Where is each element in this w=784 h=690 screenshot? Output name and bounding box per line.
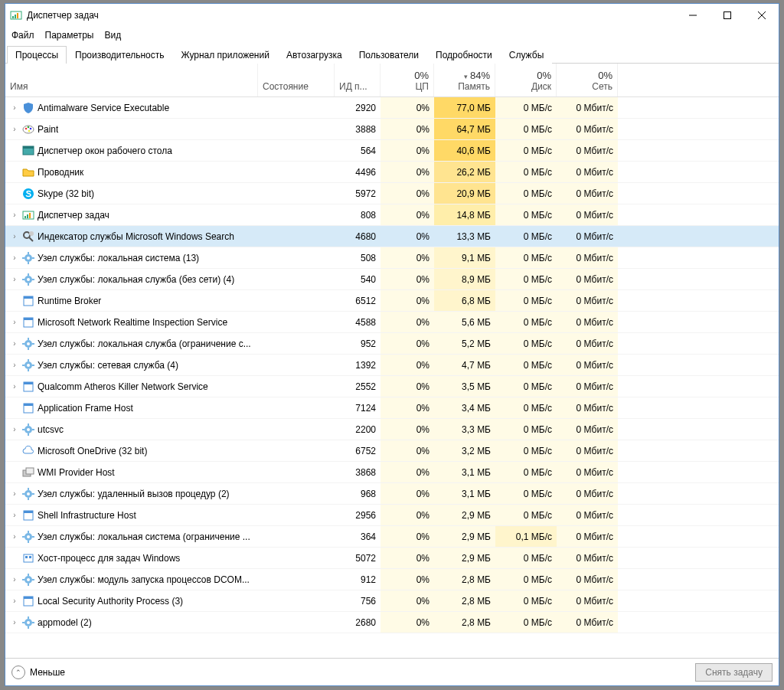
process-name-cell: ›Microsoft Network Realtime Inspection S…: [5, 312, 258, 332]
pid-cell: 540: [335, 269, 381, 289]
col-network-header[interactable]: 0% Сеть: [557, 64, 618, 96]
table-row[interactable]: ›Узел службы: локальная система (огранич…: [5, 526, 779, 548]
tab-4[interactable]: Пользователи: [351, 46, 427, 64]
expand-icon[interactable]: ›: [10, 103, 19, 112]
tab-6[interactable]: Службы: [501, 46, 552, 64]
process-name: Qualcomm Atheros Killer Network Service: [38, 381, 208, 392]
maximize-button[interactable]: [710, 4, 744, 27]
window-controls: [675, 4, 779, 27]
process-table[interactable]: Имя Состояние ИД п... 0% ЦП ▾84% Память …: [5, 64, 779, 658]
table-row[interactable]: Application Frame Host71240%3,4 МБ0 МБ/с…: [5, 397, 779, 419]
fewer-details-button[interactable]: ⌃ Меньше: [11, 665, 65, 679]
cpu-cell: 0%: [381, 376, 434, 397]
table-row[interactable]: ›Узел службы: локальная служба (ограниче…: [5, 333, 779, 355]
disk-cell: 0 МБ/с: [495, 269, 557, 289]
col-cpu-header[interactable]: 0% ЦП: [381, 64, 434, 96]
table-row[interactable]: Microsoft OneDrive (32 bit)67520%3,2 МБ0…: [5, 440, 779, 462]
expand-icon[interactable]: ›: [10, 339, 19, 348]
expand-icon[interactable]: ›: [10, 275, 19, 283]
pid-cell: 4496: [335, 162, 381, 182]
col-pid-header[interactable]: ИД п...: [335, 64, 381, 96]
table-row[interactable]: WMI Provider Host38680%3,1 МБ0 МБ/с0 Мби…: [5, 462, 779, 483]
tab-2[interactable]: Журнал приложений: [173, 46, 278, 64]
table-row[interactable]: ›utcsvc22000%3,3 МБ0 МБ/с0 Мбит/с: [5, 419, 779, 440]
expand-icon[interactable]: ›: [10, 425, 19, 433]
status-cell: [258, 97, 335, 118]
titlebar[interactable]: Диспетчер задач: [5, 4, 779, 27]
expand-icon[interactable]: ›: [10, 382, 19, 391]
table-row[interactable]: Skype (32 bit)59720%20,9 МБ0 МБ/с0 Мбит/…: [5, 183, 779, 204]
expand-icon[interactable]: ›: [10, 489, 19, 498]
tab-0[interactable]: Процессы: [7, 46, 67, 64]
status-cell: [258, 162, 335, 182]
table-row[interactable]: Runtime Broker65120%6,8 МБ0 МБ/с0 Мбит/с: [5, 290, 779, 312]
cpu-cell: 0%: [381, 119, 434, 139]
memory-cell: 13,3 МБ: [434, 226, 495, 247]
svg-point-56: [27, 428, 30, 431]
table-row[interactable]: Проводник44960%26,2 МБ0 МБ/с0 Мбит/с: [5, 162, 779, 183]
table-row[interactable]: ›Узел службы: локальная система (13)5080…: [5, 247, 779, 269]
expand-icon[interactable]: ›: [10, 211, 19, 219]
expand-icon[interactable]: ›: [10, 318, 19, 326]
table-row[interactable]: ›Paint38880%64,7 МБ0 МБ/с0 Мбит/с: [5, 119, 779, 140]
expand-icon[interactable]: ›: [10, 597, 19, 605]
expand-icon[interactable]: ›: [10, 575, 19, 584]
table-row[interactable]: Хост-процесс для задач Windows50720%2,9 …: [5, 548, 779, 569]
table-row[interactable]: ›Qualcomm Atheros Killer Network Service…: [5, 376, 779, 397]
svg-point-22: [29, 231, 34, 236]
disk-cell: 0 МБ/с: [495, 419, 557, 440]
process-name-cell: ›Узел службы: локальная служба (без сети…: [5, 269, 258, 289]
process-icon: [22, 252, 34, 264]
memory-cell: 2,8 МБ: [434, 590, 495, 611]
process-icon: [22, 166, 34, 178]
tab-5[interactable]: Подробности: [427, 46, 501, 64]
col-memory-header[interactable]: ▾84% Память: [434, 64, 495, 96]
svg-rect-36: [24, 296, 33, 299]
col-name-header[interactable]: Имя: [5, 64, 258, 96]
table-row[interactable]: Диспетчер окон рабочего стола5640%40,6 М…: [5, 140, 779, 162]
memory-cell: 64,7 МБ: [434, 119, 495, 139]
status-cell: [258, 440, 335, 461]
menu-view[interactable]: Вид: [104, 30, 121, 41]
pid-cell: 6752: [335, 440, 381, 461]
table-row[interactable]: ›Shell Infrastructure Host29560%2,9 МБ0 …: [5, 505, 779, 526]
expand-icon[interactable]: ›: [10, 232, 19, 240]
menu-file[interactable]: Файл: [11, 30, 34, 41]
status-cell: [258, 204, 335, 225]
table-row[interactable]: ›Узел службы: удаленный вызов процедур (…: [5, 483, 779, 505]
expand-icon[interactable]: ›: [10, 125, 19, 133]
process-name-cell: ›Paint: [5, 119, 258, 139]
network-cell: 0 Мбит/с: [557, 569, 618, 590]
table-row[interactable]: ›Узел службы: модуль запуска процессов D…: [5, 569, 779, 590]
process-icon: [22, 595, 34, 607]
process-icon: [22, 552, 34, 564]
expand-icon[interactable]: ›: [10, 361, 19, 369]
expand-icon[interactable]: ›: [10, 253, 19, 262]
network-cell: 0 Мбит/с: [557, 290, 618, 311]
table-row[interactable]: ›Microsoft Network Realtime Inspection S…: [5, 312, 779, 333]
table-row[interactable]: ›appmodel (2)26800%2,8 МБ0 МБ/с0 Мбит/с: [5, 612, 779, 633]
menu-options[interactable]: Параметры: [45, 30, 94, 41]
status-cell: [258, 462, 335, 482]
minimize-button[interactable]: [675, 4, 710, 27]
tab-1[interactable]: Производительность: [67, 46, 172, 64]
process-name: Skype (32 bit): [38, 188, 94, 199]
col-disk-header[interactable]: 0% Диск: [495, 64, 557, 96]
table-row[interactable]: ›Диспетчер задач8080%14,8 МБ0 МБ/с0 Мбит…: [5, 204, 779, 226]
close-button[interactable]: [744, 4, 779, 27]
tab-3[interactable]: Автозагрузка: [278, 46, 351, 64]
end-task-button[interactable]: Снять задачу: [695, 663, 773, 682]
table-row[interactable]: ›Узел службы: сетевая служба (4)13920%4,…: [5, 355, 779, 376]
expand-icon[interactable]: ›: [10, 618, 19, 626]
expand-icon[interactable]: ›: [10, 532, 19, 541]
table-row[interactable]: ›Antimalware Service Executable29200%77,…: [5, 97, 779, 119]
process-icon: [22, 231, 34, 243]
table-row[interactable]: ›Local Security Authority Process (3)756…: [5, 590, 779, 612]
expand-icon[interactable]: ›: [10, 511, 19, 519]
process-name: Paint: [38, 124, 58, 135]
table-row[interactable]: ›Индексатор службы Microsoft Windows Sea…: [5, 226, 779, 247]
table-row[interactable]: ›Узел службы: локальная служба (без сети…: [5, 269, 779, 290]
network-cell: 0 Мбит/с: [557, 483, 618, 504]
process-name-cell: ›Antimalware Service Executable: [5, 97, 258, 118]
col-status-header[interactable]: Состояние: [258, 64, 335, 96]
